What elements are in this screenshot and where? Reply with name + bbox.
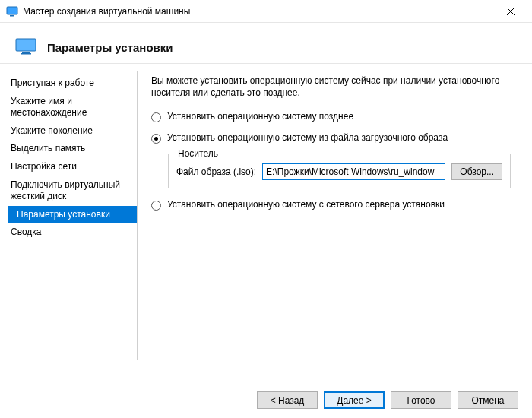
wizard-footer: < Назад Далее > Готово Отмена	[0, 382, 532, 418]
sidebar-item-install-options[interactable]: Параметры установки	[8, 206, 137, 224]
radio-icon	[151, 112, 161, 122]
sidebar-item-generation[interactable]: Укажите поколение	[8, 122, 137, 141]
intro-text: Вы можете установить операционную систем…	[151, 74, 518, 99]
sidebar-item-memory[interactable]: Выделить память	[8, 140, 137, 158]
sidebar-item-name-location[interactable]: Укажите имя и местонахождение	[8, 93, 137, 122]
groupbox-title: Носитель	[175, 148, 221, 159]
iso-path-label: Файл образа (.iso):	[176, 166, 256, 177]
back-button[interactable]: < Назад	[257, 391, 318, 409]
monitor-icon	[15, 38, 36, 57]
wizard-sidebar: Приступая к работе Укажите имя и местона…	[0, 64, 137, 360]
app-icon	[6, 5, 18, 17]
radio-icon	[151, 134, 161, 144]
option-label: Установить операционную систему позднее	[167, 111, 353, 123]
sidebar-item-summary[interactable]: Сводка	[8, 223, 137, 242]
svg-rect-6	[21, 53, 31, 55]
radio-icon	[151, 201, 161, 211]
window-title: Мастер создания виртуальной машины	[23, 6, 190, 17]
wizard-main: Вы можете установить операционную систем…	[138, 64, 532, 360]
svg-rect-1	[10, 15, 14, 17]
browse-button[interactable]: Обзор...	[451, 163, 502, 180]
page-title: Параметры установки	[47, 41, 173, 54]
sidebar-item-network[interactable]: Настройка сети	[8, 158, 137, 176]
iso-path-input[interactable]	[262, 163, 445, 180]
finish-button[interactable]: Готово	[391, 391, 451, 409]
option-install-later[interactable]: Установить операционную систему позднее	[151, 111, 518, 123]
svg-rect-0	[7, 7, 17, 14]
sidebar-item-virtual-disk[interactable]: Подключить виртуальный жесткий диск	[8, 176, 137, 206]
cancel-button[interactable]: Отмена	[458, 391, 518, 409]
option-label: Установить операционную систему с сетево…	[167, 199, 445, 211]
wizard-header: Параметры установки	[0, 23, 532, 63]
option-label: Установить операционную систему из файла…	[167, 132, 448, 144]
close-button[interactable]	[496, 1, 526, 22]
option-install-network[interactable]: Установить операционную систему с сетево…	[151, 199, 518, 211]
svg-rect-5	[22, 52, 30, 53]
sidebar-item-getting-started[interactable]: Приступая к работе	[8, 74, 137, 93]
svg-rect-4	[16, 39, 36, 51]
next-button[interactable]: Далее >	[324, 391, 385, 409]
titlebar: Мастер создания виртуальной машины	[0, 0, 532, 23]
media-groupbox: Носитель Файл образа (.iso): Обзор...	[168, 154, 511, 188]
option-install-iso[interactable]: Установить операционную систему из файла…	[151, 132, 518, 144]
